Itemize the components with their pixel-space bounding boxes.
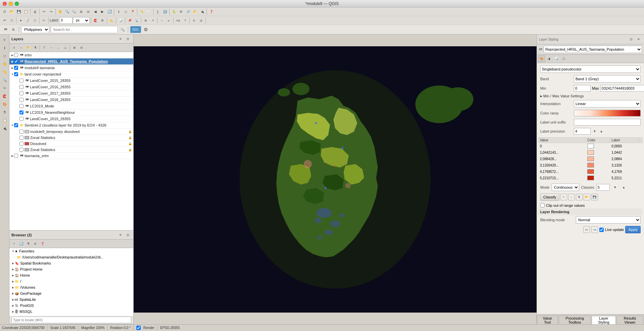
add-layer-icon[interactable]: + xyxy=(11,44,17,51)
minmax-settings-toggle[interactable]: ▶ Min / Max Value Settings xyxy=(538,93,643,99)
table-row[interactable]: 4,1768572... 4,1769 xyxy=(539,169,643,175)
export-color-map-icon[interactable]: 💾 xyxy=(591,194,598,200)
zoom-next-icon[interactable]: ▶ xyxy=(99,8,106,15)
label-unit-select[interactable]: px mm pt xyxy=(73,17,90,24)
layer-item-dissolved[interactable]: ▶ Dissolved 🔒 xyxy=(15,141,133,147)
landcover-checkbox[interactable] xyxy=(14,72,18,76)
add-point-icon[interactable]: ● xyxy=(17,17,24,24)
datasource-icon[interactable]: 🔗 xyxy=(185,8,191,15)
precision-up-icon[interactable]: ▲ xyxy=(598,128,605,135)
browser-close-icon[interactable]: ✕ xyxy=(117,232,124,238)
label-size-input[interactable] xyxy=(59,17,73,24)
zoom-in-icon[interactable]: 🔍 xyxy=(64,8,71,15)
browser-item-desktop[interactable]: 📁 /Users/codrinamariallie/Desktop/austra… xyxy=(9,254,133,260)
advanced-digitize-icon[interactable]: 📐 xyxy=(108,17,115,24)
module9-checkbox[interactable] xyxy=(14,66,18,70)
blending-select[interactable]: Normal xyxy=(576,216,641,224)
tab-value-tool[interactable]: Value Tool xyxy=(537,316,558,324)
open-project-icon[interactable]: 📂 xyxy=(8,8,15,15)
remove-layer-icon[interactable]: − xyxy=(18,44,25,51)
m9temp-checkbox[interactable] xyxy=(19,130,24,134)
identify-sidebar-icon[interactable]: ℹ xyxy=(1,44,8,51)
plugin-btn-2[interactable]: ⚙ xyxy=(142,26,149,33)
styling-float-icon[interactable]: ⊡ xyxy=(628,36,635,43)
browser-item-home[interactable]: ▶ 🏠 Home xyxy=(9,272,133,278)
python-icon[interactable]: 🐍 xyxy=(171,8,177,15)
color-4[interactable] xyxy=(586,169,610,175)
map-area[interactable] xyxy=(134,35,537,324)
browser-item-mssql[interactable]: ▶ 🗄 MSSQL xyxy=(9,309,133,315)
tasrtm-checkbox[interactable] xyxy=(14,154,18,158)
identify-icon[interactable]: ℹ xyxy=(115,8,122,15)
refresh-icon[interactable]: 🔄 xyxy=(106,8,113,15)
print-icon[interactable]: 🖨 xyxy=(32,8,38,15)
terrain-profile-icon[interactable]: 📊 xyxy=(117,17,124,24)
save-icon[interactable]: 💾 xyxy=(15,8,22,15)
color-3[interactable] xyxy=(586,162,610,169)
pyramid-icon[interactable]: ⬡ xyxy=(560,55,567,62)
browser-collapse-icon[interactable]: ⊖ xyxy=(32,240,39,247)
zonal1-checkbox[interactable] xyxy=(19,136,24,140)
tab-results-viewer[interactable]: Results Viewer xyxy=(616,316,643,324)
layer-item-reprojected[interactable]: ▶ 🗺 Reprojected_HRSL_AUS_Tasmania_Popula… xyxy=(9,58,133,65)
labelprecision-input[interactable] xyxy=(574,128,591,135)
min-input[interactable] xyxy=(574,85,591,92)
browser-refresh-icon[interactable]: 🔄 xyxy=(18,240,25,247)
layer-item-landcover-group[interactable]: ▼ 📁 land cover reprojected xyxy=(9,71,133,78)
save-as-icon[interactable]: 📋 xyxy=(22,8,29,15)
remove-class-icon[interactable]: − xyxy=(568,194,575,200)
zoom-sidebar-icon[interactable]: 🔍 xyxy=(1,76,8,84)
map-nav-icon[interactable]: 🗺 xyxy=(2,26,9,33)
layer-item-lc2017[interactable]: ▶ 🗺 LandCover_2017_28355 xyxy=(15,90,133,97)
layer-item-zonal2[interactable]: ▶ Zonal Statistics 🔒 xyxy=(15,147,133,153)
circle2-icon[interactable]: ◎ xyxy=(198,17,204,24)
srtm-checkbox[interactable] xyxy=(14,53,18,57)
browser-icon2[interactable]: 📂 xyxy=(192,8,198,15)
open-layer-icon[interactable]: 📂 xyxy=(25,44,32,51)
color-ramp-widget[interactable] xyxy=(574,110,641,116)
digitize-sidebar-icon[interactable]: ✏ xyxy=(1,84,8,92)
filter-layer-icon[interactable]: ⚗ xyxy=(32,44,39,51)
undo-icon[interactable]: ↩ xyxy=(41,8,47,15)
edit-pencil-icon[interactable]: ✏ xyxy=(1,17,8,24)
browser-item-favorites[interactable]: ▼ ★ Favorites xyxy=(9,248,133,254)
move-bottom-icon[interactable]: ⤓ xyxy=(62,44,69,51)
dissolved-checkbox[interactable] xyxy=(19,142,24,146)
transparency-icon[interactable]: ◑ xyxy=(546,55,552,62)
render-checkbox[interactable] xyxy=(136,326,141,330)
undo-style-icon[interactable]: ↩ xyxy=(583,226,590,233)
close-button[interactable] xyxy=(3,2,7,6)
layer-selector[interactable]: Reprojected_HRSL_AUS_Tasmania_Population xyxy=(544,46,642,53)
add-line-icon[interactable]: ╱ xyxy=(25,17,31,24)
histogram-icon[interactable]: 📊 xyxy=(553,55,560,62)
lc2015-checkbox[interactable] xyxy=(19,79,24,83)
classes-input[interactable] xyxy=(596,184,610,191)
browser-item-bookmarks[interactable]: ▶ 🔖 Spatial Bookmarks xyxy=(9,260,133,266)
pin-icon[interactable]: 📌 xyxy=(126,17,133,24)
interpolation-select[interactable]: Linear xyxy=(574,100,641,107)
renderer-select[interactable]: Singleband pseudocolor xyxy=(540,65,641,73)
filter-sidebar-icon[interactable]: ⚗ xyxy=(1,108,8,116)
invert-classes-icon[interactable]: ⇅ xyxy=(576,194,583,200)
styling-close-icon[interactable]: ✕ xyxy=(635,36,642,43)
lc2016-checkbox[interactable] xyxy=(19,85,24,89)
coords-icon[interactable]: ⊕ xyxy=(142,17,149,24)
layers-sidebar-icon[interactable]: ≡ xyxy=(1,36,8,43)
classes-down-icon[interactable]: ▼ xyxy=(612,184,618,191)
max-input[interactable] xyxy=(600,85,644,92)
attribute-sidebar-icon[interactable]: 📋 xyxy=(1,116,8,124)
expand-all-icon[interactable]: ⊕ xyxy=(71,44,78,51)
clip-checkbox[interactable] xyxy=(540,203,545,207)
color-0[interactable] xyxy=(586,143,610,149)
color-1[interactable] xyxy=(586,149,610,156)
layer-item-sentinel[interactable]: ▼ 📁 Sentinel-2 cloudless layer for 2019 … xyxy=(9,122,133,129)
processing-icon[interactable]: ⚙ xyxy=(178,8,184,15)
pan-icon[interactable]: ✋ xyxy=(57,8,63,15)
lc2017-checkbox[interactable] xyxy=(19,91,24,95)
layers-float-icon[interactable]: ⊡ xyxy=(125,36,131,42)
plugin-btn-1[interactable]: EDC xyxy=(130,26,141,33)
layer-item-zonal1[interactable]: ▶ Zonal Statistics 🔒 xyxy=(15,135,133,141)
layers-close-icon[interactable]: ✕ xyxy=(117,36,124,42)
move-down-icon[interactable]: ↓ xyxy=(55,44,62,51)
measure-sidebar-icon[interactable]: 📏 xyxy=(1,68,8,76)
